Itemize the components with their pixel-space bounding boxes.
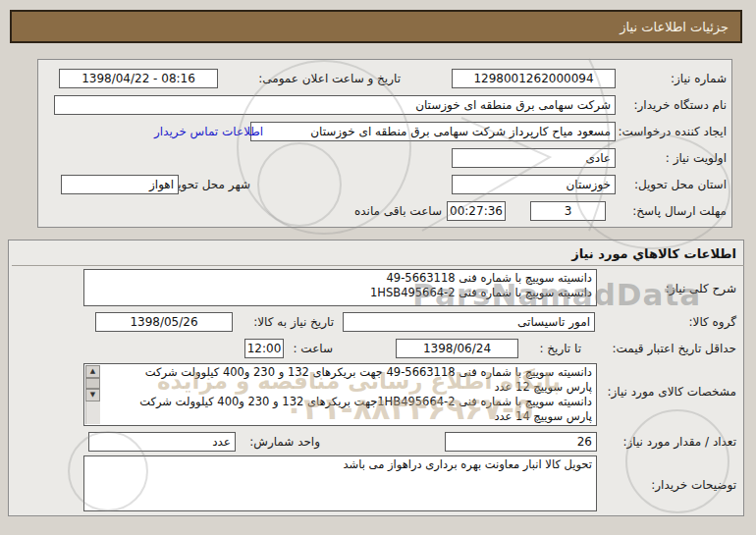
- price-validity-date-field[interactable]: 1398/06/24: [396, 339, 518, 358]
- goods-specs-label: مشخصات کالای مورد نیاز:: [607, 385, 736, 399]
- specs-line: پارس سوییچ 12 عدد: [104, 380, 592, 395]
- need-number-field[interactable]: 1298001262000094: [452, 69, 616, 88]
- goods-specs-field[interactable]: دانسیته سوییچ با شماره فنی 5663118-49 جه…: [83, 363, 597, 426]
- goods-group-label: گروه کالا:: [689, 315, 737, 329]
- deadline-days-field[interactable]: 3: [530, 201, 606, 221]
- deadline-time-field[interactable]: 00:27:36: [447, 201, 506, 221]
- summary-line: دانسیته سوییچ با شماره فنی 5663118-49: [88, 271, 592, 286]
- specs-line: دانسیته سوییچ با شماره فنی 1HB495664-2جه…: [104, 395, 592, 409]
- buyer-notes-field[interactable]: تحویل کالا انبار معاونت بهره برداری دراه…: [83, 455, 597, 511]
- buyer-notes-label: توضیحات خریدار:: [651, 478, 736, 492]
- buyer-org-field[interactable]: شرکت سهامی برق منطقه ای خوزستان: [54, 95, 616, 115]
- province-label: استان محل تحویل:: [634, 178, 727, 191]
- announce-datetime-field[interactable]: 1398/04/22 - 08:16: [59, 69, 218, 88]
- priority-label: اولویت نیاز :: [666, 151, 727, 165]
- scroll-up-icon[interactable]: ▲: [85, 365, 100, 378]
- buyer-contact-link[interactable]: اطلاعات تماس خریدار: [154, 125, 263, 138]
- goods-section-title: اطلاعات کالاهاي مورد نیاز: [571, 246, 736, 261]
- priority-field[interactable]: عادی: [452, 148, 616, 168]
- unit-field[interactable]: عدد: [88, 432, 236, 452]
- until-date-label: تا تاریخ :: [539, 342, 581, 355]
- notes-line: تحویل کالا انبار معاونت بهره برداری دراه…: [88, 457, 592, 472]
- specs-line: دانسیته سوییچ با شماره فنی 5663118-49 جه…: [104, 365, 592, 380]
- price-validity-hour-field[interactable]: 12:00: [244, 339, 284, 358]
- buyer-org-label: نام دستگاه خریدار:: [634, 98, 728, 112]
- need-number-label: شماره نیاز:: [671, 72, 727, 85]
- deadline-remaining-text: ساعت باقی مانده: [354, 204, 442, 218]
- need-details-page: { "window": { "title": "جزئیات اطلاعات ن…: [0, 0, 756, 535]
- need-summary-label: شرح کلی نیاز:: [666, 282, 736, 295]
- city-field[interactable]: اهواز: [61, 175, 179, 194]
- price-validity-label: حداقل تاریخ اعتبار قیمت:: [612, 342, 736, 355]
- hour-label: ساعت :: [293, 342, 333, 355]
- section-divider: [12, 265, 744, 266]
- quantity-field[interactable]: 26: [445, 432, 597, 452]
- announce-datetime-label: تاریخ و ساعت اعلان عمومی:: [258, 72, 401, 85]
- specs-line: پارس سوییچ 14 عدد: [104, 409, 592, 424]
- unit-label: واحد شمارش:: [249, 435, 320, 449]
- reply-deadline-label: مهلت ارسال پاسخ:: [632, 204, 727, 218]
- creator-field[interactable]: مسعود میاح کارپرداز شرکت سهامی برق منطقه…: [250, 122, 616, 141]
- scroll-down-icon[interactable]: ▼: [85, 389, 100, 401]
- creator-label: ایجاد کننده درخواست:: [618, 125, 727, 138]
- need-summary-field[interactable]: دانسیته سوییچ با شماره فنی 5663118-49 دا…: [83, 269, 597, 306]
- need-date-label: تاریخ نیاز به کالا:: [253, 315, 334, 329]
- need-date-field[interactable]: 1398/05/26: [95, 312, 233, 332]
- quantity-label: تعداد / مقدار مورد نیاز:: [622, 435, 736, 449]
- specs-scrollbar[interactable]: ▲ ▼: [85, 365, 100, 424]
- goods-group-field[interactable]: امور تاسیساتی: [343, 312, 595, 332]
- summary-line: دانسیته سوییچ با شماره فنی 1HSB495664-2: [88, 286, 592, 300]
- page-title: جزئیات اطلاعات نیاز: [10, 10, 742, 43]
- page-title-text: جزئیات اطلاعات نیاز: [620, 20, 729, 34]
- province-field[interactable]: خوزستان: [452, 175, 616, 194]
